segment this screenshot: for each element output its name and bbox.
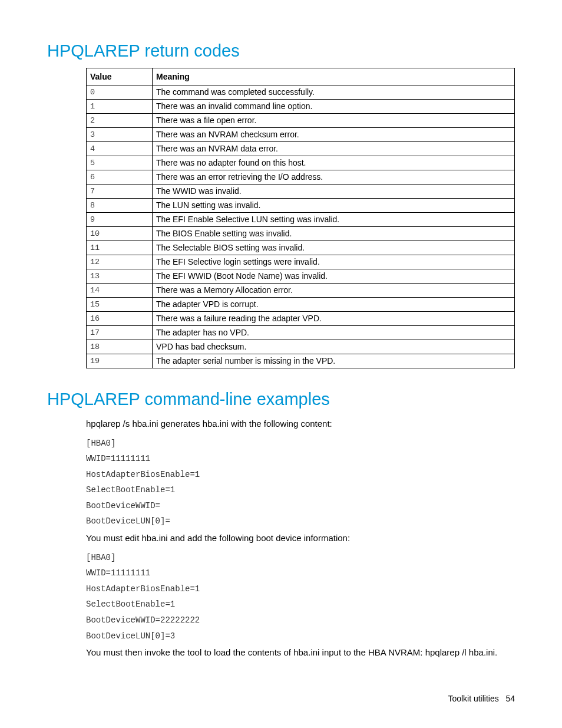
cell-meaning: There was an NVRAM data error.	[153, 142, 515, 156]
section-heading-return-codes: HPQLAREP return codes	[47, 41, 515, 61]
cell-meaning: The adapter VPD is corrupt.	[153, 298, 515, 312]
cell-meaning: There was an error retrieving the I/O ad…	[153, 170, 515, 185]
cell-meaning: The adapter has no VPD.	[153, 326, 515, 340]
cell-value: 11	[87, 241, 153, 255]
code-line: WWID=11111111	[86, 565, 515, 581]
cell-meaning: There was an invalid command line option…	[153, 100, 515, 114]
table-row: 10The BIOS Enable setting was invalid.	[87, 227, 515, 241]
code-line: BootDeviceWWID=22222222	[86, 612, 515, 628]
code-line: SelectBootEnable=1	[86, 597, 515, 612]
cell-value: 6	[87, 170, 153, 185]
cell-meaning: VPD has bad checksum.	[153, 340, 515, 354]
section-heading-examples: HPQLAREP command-line examples	[47, 390, 515, 409]
cell-value: 19	[87, 354, 153, 368]
table-row: 4There was an NVRAM data error.	[87, 142, 515, 156]
code-line: BootDeviceLUN[0]=	[86, 513, 515, 529]
table-row: 5There was no adapter found on this host…	[87, 156, 515, 170]
cell-meaning: The Selectable BIOS setting was invalid.	[153, 241, 515, 255]
cell-meaning: The BIOS Enable setting was invalid.	[153, 227, 515, 241]
table-row: 17The adapter has no VPD.	[87, 326, 515, 340]
table-row: 19The adapter serial number is missing i…	[87, 354, 515, 368]
footer-page-number: 54	[505, 694, 515, 703]
cell-value: 4	[87, 142, 153, 156]
code-line: HostAdapterBiosEnable=1	[86, 467, 515, 483]
code-line: SelectBootEnable=1	[86, 482, 515, 498]
cell-value: 10	[87, 227, 153, 241]
cell-meaning: The command was completed successfully.	[153, 85, 515, 100]
table-row: 1There was an invalid command line optio…	[87, 100, 515, 114]
example-intro-1: hpqlarep /s hba.ini generates hba.ini wi…	[86, 417, 515, 431]
table-row: 8The LUN setting was invalid.	[87, 199, 515, 213]
cell-meaning: The adapter serial number is missing in …	[153, 354, 515, 368]
return-codes-table: Value Meaning 0The command was completed…	[86, 68, 515, 368]
table-row: 18VPD has bad checksum.	[87, 340, 515, 354]
table-row: 6There was an error retrieving the I/O a…	[87, 170, 515, 185]
code-line: BootDeviceWWID=	[86, 498, 515, 514]
cell-meaning: There was a failure reading the adapter …	[153, 312, 515, 326]
cell-meaning: The LUN setting was invalid.	[153, 199, 515, 213]
cell-value: 17	[87, 326, 153, 340]
table-row: 11The Selectable BIOS setting was invali…	[87, 241, 515, 255]
table-row: 14There was a Memory Allocation error.	[87, 284, 515, 298]
table-row: 16There was a failure reading the adapte…	[87, 312, 515, 326]
example-intro-2: You must edit hba.ini and add the follow…	[86, 532, 515, 545]
code-line: WWID=11111111	[86, 451, 515, 467]
examples-content: hpqlarep /s hba.ini generates hba.ini wi…	[86, 417, 515, 660]
cell-meaning: The EFI WWID (Boot Node Name) was invali…	[153, 269, 515, 284]
cell-value: 15	[87, 298, 153, 312]
code-line: [HBA0]	[86, 436, 515, 452]
cell-value: 18	[87, 340, 153, 354]
table-row: 2There was a file open error.	[87, 114, 515, 128]
table-row: 12The EFI Selective login settings were …	[87, 255, 515, 269]
code-line: HostAdapterBiosEnable=1	[86, 581, 515, 597]
page-footer: Toolkit utilities 54	[448, 694, 515, 703]
cell-meaning: The WWID was invalid.	[153, 185, 515, 199]
table-header-row: Value Meaning	[87, 68, 515, 85]
cell-value: 12	[87, 255, 153, 269]
table-row: 0The command was completed successfully.	[87, 85, 515, 100]
cell-value: 2	[87, 114, 153, 128]
code-line: [HBA0]	[86, 550, 515, 566]
cell-meaning: The EFI Enable Selective LUN setting was…	[153, 213, 515, 227]
cell-value: 16	[87, 312, 153, 326]
cell-meaning: There was a Memory Allocation error.	[153, 284, 515, 298]
cell-meaning: There was a file open error.	[153, 114, 515, 128]
col-header-value: Value	[87, 68, 153, 85]
table-row: 3There was an NVRAM checksum error.	[87, 128, 515, 142]
table-row: 15The adapter VPD is corrupt.	[87, 298, 515, 312]
cell-value: 14	[87, 284, 153, 298]
cell-value: 7	[87, 185, 153, 199]
table-row: 13The EFI WWID (Boot Node Name) was inva…	[87, 269, 515, 284]
cell-value: 5	[87, 156, 153, 170]
cell-value: 8	[87, 199, 153, 213]
col-header-meaning: Meaning	[153, 68, 515, 85]
code-line: BootDeviceLUN[0]=3	[86, 628, 515, 644]
table-row: 7The WWID was invalid.	[87, 185, 515, 199]
cell-value: 1	[87, 100, 153, 114]
example-outro: You must then invoke the tool to load th…	[86, 646, 515, 660]
cell-value: 0	[87, 85, 153, 100]
cell-value: 3	[87, 128, 153, 142]
cell-meaning: The EFI Selective login settings were in…	[153, 255, 515, 269]
cell-meaning: There was no adapter found on this host.	[153, 156, 515, 170]
cell-meaning: There was an NVRAM checksum error.	[153, 128, 515, 142]
cell-value: 13	[87, 269, 153, 284]
table-row: 9The EFI Enable Selective LUN setting wa…	[87, 213, 515, 227]
footer-label: Toolkit utilities	[448, 694, 498, 703]
cell-value: 9	[87, 213, 153, 227]
